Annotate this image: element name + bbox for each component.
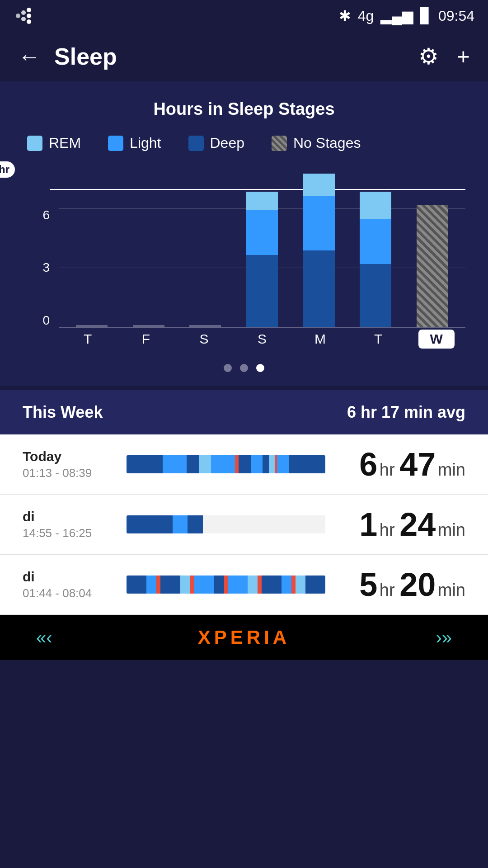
bar-W[interactable] <box>417 170 448 327</box>
bar-M[interactable] <box>303 170 335 327</box>
y-label-0: 0 <box>23 313 54 328</box>
x-label-S2: S <box>244 331 280 347</box>
svg-point-4 <box>27 14 31 18</box>
bar-rem-M <box>303 174 335 196</box>
add-button[interactable]: + <box>457 43 470 70</box>
duration-min-di1: 24 <box>399 506 436 542</box>
x-label-T2: T <box>360 331 396 347</box>
duration-min-unit-today: min <box>438 460 465 479</box>
settings-button[interactable]: ⚙ <box>418 43 439 70</box>
week-label: This Week <box>23 403 103 422</box>
dot-2[interactable] <box>240 364 248 372</box>
deep-label: Deep <box>210 135 245 151</box>
bar-T1[interactable] <box>76 170 108 327</box>
bar-stack-T1 <box>76 325 108 327</box>
bar-segment-tiny-F <box>133 325 164 327</box>
light-color-swatch <box>108 136 123 151</box>
duration-min-today: 47 <box>399 446 436 482</box>
x-label-M: M <box>302 331 338 347</box>
nav-brand: XPERIA <box>198 627 290 648</box>
duration-min-di2: 20 <box>399 566 436 603</box>
bar-light-S2 <box>246 210 278 255</box>
y-label-6: 6 <box>23 208 54 222</box>
x-label-F: F <box>128 331 164 347</box>
bar-stack-M <box>303 174 335 327</box>
bar-stack-S2 <box>246 192 278 327</box>
bar-S2[interactable] <box>246 170 278 327</box>
page-dots <box>23 355 465 377</box>
record-meta-di1: di 14:55 - 16:25 <box>23 509 113 540</box>
record-meta-today: Today 01:13 - 08:39 <box>23 449 113 480</box>
x-label-S1: S <box>186 331 222 347</box>
duration-hr-unit-di1: hr <box>380 520 399 539</box>
record-day-di1: di <box>23 509 113 524</box>
dot-1[interactable] <box>224 364 232 372</box>
record-duration-di1: 1 hr 24 min <box>339 508 465 541</box>
header: ← Sleep ⚙ + <box>0 32 488 81</box>
svg-point-3 <box>27 8 31 12</box>
record-bar-today <box>127 455 325 473</box>
sleep-record-today[interactable]: Today 01:13 - 08:39 <box>0 434 488 495</box>
rem-color-swatch <box>27 136 42 151</box>
bar-stack-S1 <box>189 325 221 327</box>
bar-segment-tiny <box>76 325 108 327</box>
no-stages-color-swatch <box>272 136 287 151</box>
back-button[interactable]: ← <box>18 43 41 70</box>
time-display: 09:54 <box>438 8 474 24</box>
mini-bar-di1 <box>127 515 325 533</box>
record-day-di2: di <box>23 569 113 585</box>
bar-no-stages-W <box>417 205 448 327</box>
chart-section: Hours in Sleep Stages REM Light Deep No … <box>0 81 488 386</box>
bar-stack-W <box>417 205 448 327</box>
duration-hr-unit-today: hr <box>380 460 399 479</box>
sleep-record-di2[interactable]: di 01:44 - 08:04 <box>0 555 488 615</box>
bar-light-M <box>303 196 335 250</box>
dot-3[interactable] <box>256 364 264 372</box>
record-duration-di2: 5 hr 20 min <box>339 568 465 601</box>
mini-bar-today <box>127 455 325 473</box>
bar-F[interactable] <box>133 170 164 327</box>
header-icons: ⚙ + <box>418 43 470 70</box>
no-stages-label: No Stages <box>293 135 361 151</box>
duration-min-unit-di1: min <box>438 520 465 539</box>
bar-deep-S2 <box>246 255 278 327</box>
nav-right-arrows[interactable]: ›» <box>436 627 452 648</box>
sleep-records: Today 01:13 - 08:39 <box>0 434 488 615</box>
y-label-3: 3 <box>23 260 54 275</box>
svg-point-5 <box>27 19 31 24</box>
duration-hr-today: 6 <box>359 446 377 482</box>
bar-S1[interactable] <box>189 170 221 327</box>
light-label: Light <box>130 135 161 151</box>
record-duration-today: 6 hr 47 min <box>339 448 465 481</box>
y-axis: 7 hr 6 3 0 <box>23 170 54 328</box>
page-title: Sleep <box>54 43 405 70</box>
bar-segment-tiny-S1 <box>189 325 221 327</box>
chart-area <box>59 170 465 328</box>
bluetooth-icon: ✱ <box>339 7 351 24</box>
4g-label: 4g <box>358 8 374 24</box>
record-meta-di2: di 01:44 - 08:04 <box>23 569 113 600</box>
bar-T2[interactable] <box>360 170 391 327</box>
duration-hr-di1: 1 <box>359 506 377 542</box>
bar-deep-M <box>303 250 335 327</box>
week-avg: 6 hr 17 min avg <box>347 403 465 422</box>
mini-bar-di2 <box>127 576 325 594</box>
duration-hr-di2: 5 <box>359 566 377 603</box>
status-right: ✱ 4g ▂▄▆ ▊ 09:54 <box>339 7 474 24</box>
legend-item-rem: REM <box>27 135 81 151</box>
record-time-today: 01:13 - 08:39 <box>23 466 113 480</box>
nav-left-arrows[interactable]: «‹ <box>36 627 52 648</box>
bar-stack-T2 <box>360 192 391 327</box>
svg-point-1 <box>21 10 26 15</box>
bar-rem-T2 <box>360 192 391 219</box>
rem-label: REM <box>49 135 81 151</box>
sleep-record-di1[interactable]: di 14:55 - 16:25 1 hr 24 min <box>0 495 488 555</box>
x-label-W[interactable]: W <box>418 330 455 349</box>
record-day-today: Today <box>23 449 113 464</box>
battery-icon: ▊ <box>420 7 432 24</box>
bar-light-T2 <box>360 219 391 264</box>
legend-item-deep: Deep <box>188 135 245 151</box>
record-bar-di1 <box>127 515 325 533</box>
legend-item-light: Light <box>108 135 161 151</box>
bar-chart: 7 hr 6 3 0 <box>23 170 465 350</box>
